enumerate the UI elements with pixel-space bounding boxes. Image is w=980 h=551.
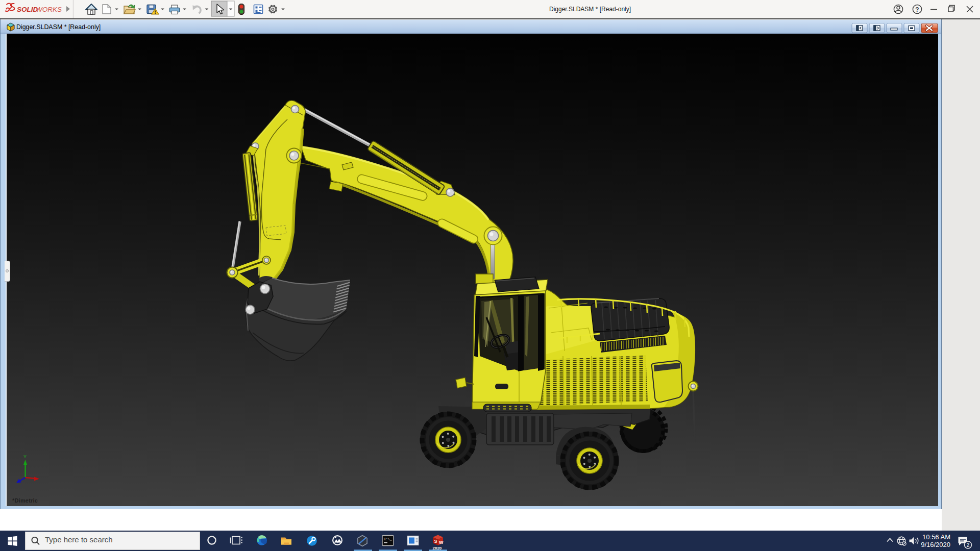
svg-text:SOLID: SOLID <box>17 6 38 13</box>
svg-text:?: ? <box>915 6 919 13</box>
svg-text:S: S <box>434 539 437 544</box>
svg-text:WORKS: WORKS <box>36 6 62 13</box>
svg-text:C:\_: C:\_ <box>384 538 392 541</box>
svg-text:Y: Y <box>23 454 27 459</box>
svg-text:W: W <box>439 540 444 545</box>
svg-text:2: 2 <box>967 542 970 548</box>
